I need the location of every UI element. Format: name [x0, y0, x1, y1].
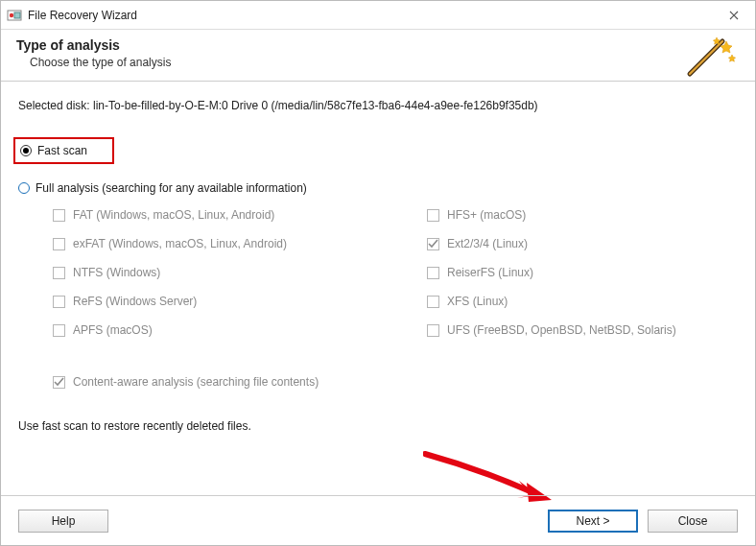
fs-apfs-checkbox: APFS (macOS)	[53, 323, 417, 337]
content-aware-label: Content-aware analysis (searching file c…	[73, 375, 319, 389]
checkbox-icon	[427, 324, 439, 337]
checkbox-checked-icon	[53, 376, 65, 389]
selected-disk-label: Selected disk: lin-To-be-filled-by-O-E-M…	[18, 99, 738, 112]
checkbox-icon	[53, 296, 65, 308]
checkbox-icon	[53, 267, 65, 279]
fs-apfs-label: APFS (macOS)	[73, 323, 153, 337]
fs-ufs-checkbox: UFS (FreeBSD, OpenBSD, NetBSD, Solaris)	[427, 323, 734, 337]
app-icon	[7, 8, 22, 23]
checkbox-icon	[427, 296, 439, 308]
page-subtitle: Choose the type of analysis	[30, 56, 740, 69]
wizard-wand-icon	[684, 36, 738, 78]
checkbox-icon	[427, 267, 439, 279]
fast-scan-label: Fast scan	[37, 144, 87, 157]
window-title: File Recovery Wizard	[28, 9, 137, 22]
full-analysis-label: Full analysis (searching for any availab…	[35, 181, 307, 195]
fs-xfs-checkbox: XFS (Linux)	[427, 295, 734, 308]
filesystem-options: FAT (Windows, macOS, Linux, Android) HFS…	[53, 208, 738, 337]
fs-fat-checkbox: FAT (Windows, macOS, Linux, Android)	[53, 208, 417, 222]
svg-rect-2	[14, 12, 20, 18]
titlebar: File Recovery Wizard	[1, 1, 755, 30]
hint-text: Use fast scan to restore recently delete…	[18, 419, 738, 433]
checkbox-icon	[427, 209, 439, 222]
fs-fat-label: FAT (Windows, macOS, Linux, Android)	[73, 208, 274, 222]
fs-xfs-label: XFS (Linux)	[447, 295, 508, 308]
checkbox-icon	[53, 324, 65, 337]
wizard-header: Type of analysis Choose the type of anal…	[1, 30, 755, 82]
page-title: Type of analysis	[16, 37, 740, 53]
close-button[interactable]: Close	[648, 510, 738, 533]
full-analysis-radio[interactable]: Full analysis (searching for any availab…	[18, 181, 738, 195]
fs-ext-checkbox: Ext2/3/4 (Linux)	[427, 237, 734, 250]
close-icon[interactable]	[712, 1, 755, 30]
fs-reiser-checkbox: ReiserFS (Linux)	[427, 266, 734, 279]
next-button[interactable]: Next >	[548, 510, 638, 533]
fs-reiser-label: ReiserFS (Linux)	[447, 266, 533, 279]
fs-hfs-label: HFS+ (macOS)	[447, 208, 526, 222]
footer: Help Next > Close	[1, 495, 755, 545]
svg-point-1	[10, 12, 13, 16]
fs-refs-checkbox: ReFS (Windows Server)	[53, 295, 417, 308]
fs-ntfs-label: NTFS (Windows)	[73, 266, 160, 279]
fs-hfs-checkbox: HFS+ (macOS)	[427, 208, 734, 222]
fs-ufs-label: UFS (FreeBSD, OpenBSD, NetBSD, Solaris)	[447, 323, 676, 337]
radio-empty-icon	[18, 182, 30, 194]
fs-ext-label: Ext2/3/4 (Linux)	[447, 237, 528, 250]
content-aware-checkbox: Content-aware analysis (searching file c…	[53, 375, 738, 389]
fast-scan-radio[interactable]: Fast scan	[20, 144, 87, 157]
fs-refs-label: ReFS (Windows Server)	[73, 295, 197, 308]
checkbox-icon	[53, 209, 65, 222]
checkbox-checked-icon	[427, 238, 439, 250]
help-button[interactable]: Help	[18, 510, 108, 533]
fs-exfat-label: exFAT (Windows, macOS, Linux, Android)	[73, 237, 287, 250]
fs-ntfs-checkbox: NTFS (Windows)	[53, 266, 417, 279]
checkbox-icon	[53, 238, 65, 250]
fs-exfat-checkbox: exFAT (Windows, macOS, Linux, Android)	[53, 237, 417, 250]
fast-scan-highlight: Fast scan	[18, 137, 738, 181]
radio-dot-icon	[20, 145, 32, 156]
content-area: Selected disk: lin-To-be-filled-by-O-E-M…	[1, 82, 755, 433]
